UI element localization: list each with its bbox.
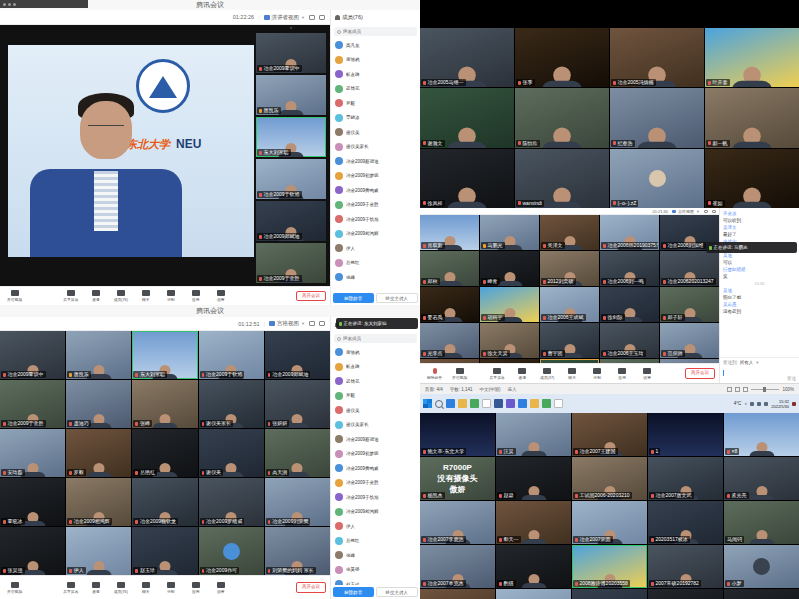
transfer-host-button[interactable]: 移交主持人: [376, 587, 419, 597]
video-tile[interactable]: 冶金2009相鸿辉: [66, 478, 131, 526]
video-thumbnail[interactable]: 冶金2009于钦旭: [256, 159, 326, 199]
unmute-button[interactable]: 解除静音: [333, 293, 374, 303]
taskbar-clock[interactable]: 15:32 2022/5/30: [771, 399, 789, 409]
video-thumbnail[interactable]: 冶金2009于金胜: [256, 243, 326, 283]
toolbar-button[interactable]: 共享屏幕: [58, 582, 83, 594]
start-button[interactable]: [423, 399, 432, 408]
view-web-icon[interactable]: [735, 387, 740, 392]
toolbar-button[interactable]: 设置: [208, 582, 233, 594]
video-tile[interactable]: 冶金2009于钦旭: [199, 331, 264, 379]
taskbar-app-icon[interactable]: [482, 399, 491, 408]
video-tile[interactable]: 2008雅诗博20203558: [572, 545, 647, 588]
video-tile[interactable]: R7000P 没有摄像头 傲娇 杨凯杰: [420, 457, 495, 500]
battery-icon[interactable]: [764, 402, 768, 406]
video-tile[interactable]: 徐剑际: [600, 287, 659, 322]
video-tile[interactable]: 郝一帆: [705, 88, 799, 147]
video-tile[interactable]: 郑秋: [420, 251, 479, 286]
taskbar-search-icon[interactable]: [435, 400, 443, 408]
member-list-item[interactable]: 谢仪美: [331, 403, 420, 418]
view-layout-icon[interactable]: [727, 387, 732, 392]
toolbar-button[interactable]: 邀请: [83, 582, 108, 594]
video-tile[interactable]: [420, 589, 495, 599]
toolbar-button[interactable]: 设置: [635, 368, 660, 380]
video-tile[interactable]: 冶金2009刘荣樊: [265, 478, 330, 526]
view-read-icon[interactable]: [743, 387, 748, 392]
member-list-item[interactable]: 冶金2009费鸣威: [331, 183, 420, 198]
view-mode-switch[interactable]: 宫格视图▼: [269, 320, 305, 327]
camera-toggle[interactable]: 开启视频: [447, 368, 472, 380]
send-to-select[interactable]: 所有人: [740, 360, 754, 365]
video-tile[interactable]: 郑子轩: [660, 287, 719, 322]
video-tile[interactable]: 丛艳红: [132, 429, 197, 477]
toolbar-button[interactable]: 应用: [183, 582, 208, 594]
video-tile[interactable]: 酌猫: [496, 545, 571, 588]
member-list-item[interactable]: 度恼鸦: [331, 53, 420, 68]
member-search[interactable]: [334, 27, 417, 36]
video-tile[interactable]: 冶金2009鞠钦龙: [132, 478, 197, 526]
zoom-level[interactable]: 100%: [782, 387, 794, 392]
video-tile[interactable]: [724, 589, 799, 599]
video-thumbnail[interactable]: 唐凯乐: [256, 75, 326, 115]
member-list-item[interactable]: 冶金2009蔡冠迪: [331, 154, 420, 169]
member-list-item[interactable]: 丛艳红: [331, 534, 420, 549]
video-tile[interactable]: 冶金2007单克杰: [420, 545, 495, 588]
member-list-item[interactable]: 冶金2009相鸿辉: [331, 505, 420, 520]
video-tile[interactable]: 张峰: [132, 380, 197, 428]
tray-expand-icon[interactable]: ∧: [744, 401, 747, 406]
toolbar-button[interactable]: 聊天: [133, 582, 158, 594]
video-tile[interactable]: 徐凤祥: [420, 149, 514, 208]
taskbar-app-icon[interactable]: [542, 399, 551, 408]
member-list-item[interactable]: 冶金2009初梦妮: [331, 447, 420, 462]
member-list-item[interactable]: 谢仪美家长: [331, 418, 420, 433]
video-tile[interactable]: 冶金2006韩20190375早: [600, 215, 659, 250]
video-tile[interactable]: [648, 589, 723, 599]
video-tile[interactable]: 2007常硕20192782: [648, 545, 723, 588]
video-tile[interactable]: 小梦: [724, 545, 799, 588]
video-tile[interactable]: 曹宇团: [540, 323, 599, 358]
video-tile[interactable]: 罗毅: [66, 429, 131, 477]
video-tile[interactable]: [496, 589, 571, 599]
mic-toggle[interactable]: 解除静音: [422, 368, 447, 380]
toolbar-button[interactable]: 共享屏幕: [58, 290, 83, 302]
taskbar-app-icon[interactable]: [494, 399, 503, 408]
video-tile[interactable]: (⌐o⌐).zZ: [610, 149, 704, 208]
transfer-host-button[interactable]: 移交主持人: [376, 293, 419, 303]
video-tile[interactable]: 冶金2006刘一鸣: [600, 251, 659, 286]
chat-input[interactable]: [720, 368, 799, 375]
video-tile[interactable]: 纪春浩: [610, 88, 704, 147]
leave-meeting-button[interactable]: 离开会议: [685, 368, 715, 379]
video-tile[interactable]: ×8: [724, 413, 799, 456]
taskbar-app-icon[interactable]: [446, 399, 455, 408]
taskbar-app-icon[interactable]: [458, 399, 467, 408]
member-list-item[interactable]: 谢仪美家长: [331, 140, 420, 155]
toolbar-button[interactable]: 共享屏幕: [485, 368, 510, 380]
toolbar-button[interactable]: 邀请: [510, 368, 535, 380]
view-mode-switch[interactable]: 演讲者视图▼: [264, 14, 305, 21]
member-list-item[interactable]: 伊人: [331, 241, 420, 256]
camera-toggle[interactable]: 开启视频: [2, 290, 27, 302]
video-tile[interactable]: 冶金2005冯炳楠: [610, 28, 704, 87]
video-tile[interactable]: 唐凯乐: [66, 331, 131, 379]
member-list-item[interactable]: 靳永璐: [331, 67, 420, 82]
member-list-item[interactable]: 靳永璐: [331, 360, 420, 375]
video-tile[interactable]: 冶金2006王玉琦: [600, 323, 659, 358]
video-tile[interactable]: 伊人: [66, 527, 131, 575]
taskbar-app-icon[interactable]: [506, 399, 515, 408]
video-tile[interactable]: 工试固2006-20203210: [572, 457, 647, 500]
video-tile[interactable]: 冶金2007荣圆: [572, 501, 647, 544]
video-tile[interactable]: 马闻锜: [724, 501, 799, 544]
member-list-item[interactable]: 高凡东: [331, 38, 420, 53]
toolbar-button[interactable]: 聊天: [560, 368, 585, 380]
video-tile[interactable]: 冶金2006202013247: [660, 251, 719, 286]
video-tile[interactable]: 孟光亮: [724, 457, 799, 500]
member-search-input[interactable]: [343, 29, 414, 34]
pop-out-icon[interactable]: [319, 321, 325, 326]
video-tile[interactable]: 吴泽文: [540, 215, 599, 250]
video-tile[interactable]: 汪昊: [496, 413, 571, 456]
leave-meeting-button[interactable]: 离开会议: [296, 291, 326, 302]
member-list-item[interactable]: 冶金2009相鸿辉: [331, 227, 420, 242]
video-tile[interactable]: 赵焱: [496, 457, 571, 500]
send-button[interactable]: 发送: [787, 376, 796, 381]
fullscreen-icon[interactable]: [309, 321, 315, 326]
video-tile[interactable]: [572, 589, 647, 599]
